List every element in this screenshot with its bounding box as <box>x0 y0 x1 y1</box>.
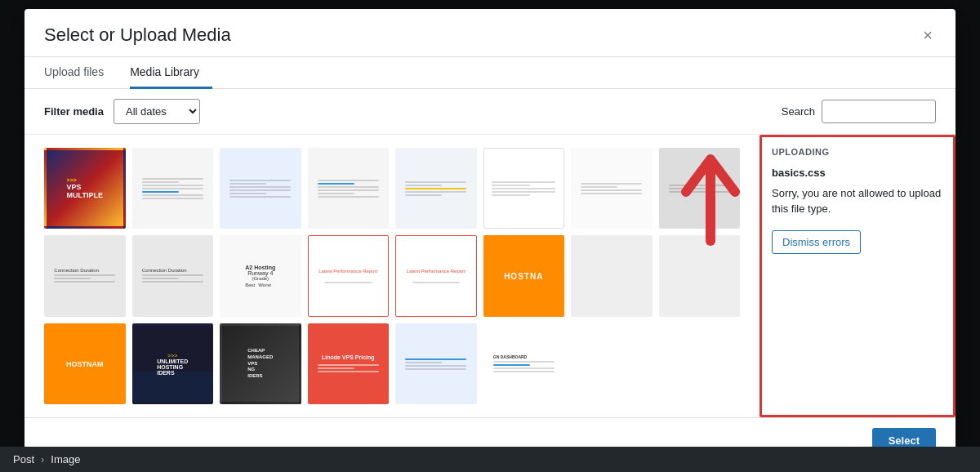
tabs-bar: Upload files Media Library <box>24 57 956 89</box>
list-item[interactable] <box>571 235 653 317</box>
list-item[interactable] <box>308 148 390 229</box>
media-modal: Select or Upload Media × Upload files Me… <box>24 9 956 464</box>
search-area: Search <box>782 100 936 123</box>
date-filter-select[interactable]: All dates 2024 2023 2022 <box>114 99 200 124</box>
list-item[interactable] <box>132 148 214 229</box>
search-input[interactable] <box>822 100 936 123</box>
filter-bar: Filter media All dates 2024 2023 2022 Se… <box>24 89 956 135</box>
list-item[interactable] <box>395 323 477 405</box>
breadcrumb-post: Post <box>13 453 34 465</box>
list-item[interactable]: Connection Duration <box>44 235 126 317</box>
list-item[interactable]: GN DASHBOARD <box>483 323 565 405</box>
media-grid: >>> VPS MULTIPLE <box>24 135 760 418</box>
modal-body: Filter media All dates 2024 2023 2022 Se… <box>24 89 956 418</box>
breadcrumb-image: Image <box>51 453 80 465</box>
modal-header: Select or Upload Media × <box>24 9 956 57</box>
list-item[interactable]: >>> VPS MULTIPLE <box>44 148 126 229</box>
list-item[interactable]: A2 Hosting Runway 4 (Grade) BestWorst <box>220 235 301 317</box>
search-label: Search <box>782 105 815 118</box>
close-button[interactable]: × <box>920 24 936 47</box>
modal-title: Select or Upload Media <box>44 24 231 46</box>
list-item[interactable] <box>483 148 565 229</box>
page-bar: Post › Image <box>0 447 980 472</box>
error-message: Sorry, you are not allowed to upload thi… <box>772 185 943 217</box>
modal-overlay: Select or Upload Media × Upload files Me… <box>0 0 980 472</box>
filter-label: Filter media <box>44 105 104 118</box>
list-item[interactable]: >>> UNLIMITEDHOSTINGIDERS <box>132 323 214 405</box>
list-item[interactable] <box>659 235 741 317</box>
error-filename: basics.css <box>772 167 943 179</box>
uploading-label: UPLOADING <box>772 147 943 157</box>
list-item[interactable]: Latest Performance Report <box>308 235 390 317</box>
media-grid-area: >>> VPS MULTIPLE <box>24 135 956 418</box>
dismiss-errors-button[interactable]: Dismiss errors <box>772 230 861 254</box>
list-item[interactable] <box>659 148 741 229</box>
filter-left: Filter media All dates 2024 2023 2022 <box>44 99 200 124</box>
list-item[interactable]: Connection Duration <box>132 235 214 317</box>
tab-upload-files[interactable]: Upload files <box>44 57 117 89</box>
media-content: Filter media All dates 2024 2023 2022 Se… <box>24 89 956 418</box>
list-item[interactable] <box>571 148 653 229</box>
list-item[interactable]: CHEAPMANAGEDVPSNGIDERS <box>220 323 301 405</box>
list-item[interactable]: HOSTNA <box>483 235 565 317</box>
breadcrumb-separator: › <box>41 453 44 465</box>
upload-error-panel: UPLOADING basics.css Sorry, you are not … <box>760 135 956 418</box>
list-item[interactable] <box>220 148 301 229</box>
list-item[interactable]: Linode VPS Pricing <box>308 323 390 405</box>
tab-media-library[interactable]: Media Library <box>130 57 212 89</box>
list-item[interactable] <box>395 148 477 229</box>
list-item[interactable]: Latest Performance Report <box>395 235 477 317</box>
list-item[interactable]: HOSTNAM <box>44 323 126 405</box>
